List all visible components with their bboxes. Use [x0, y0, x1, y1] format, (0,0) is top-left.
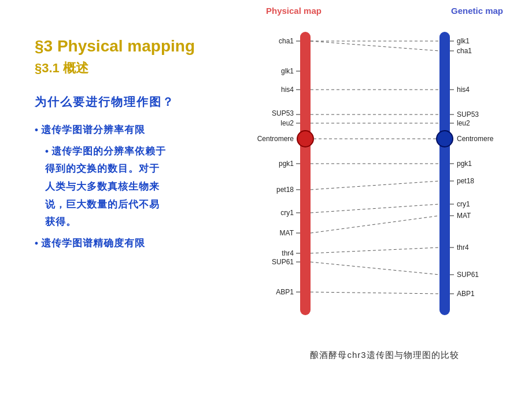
- right-panel: Physical map Genetic map: [249, 6, 520, 387]
- caption: 酿酒酵母chr3遗传图与物理图的比较: [249, 350, 520, 361]
- chromosome-area: cha1 glk1 his4 SUP53 leu2 Centromere pgk…: [249, 21, 520, 345]
- svg-text:cry1: cry1: [457, 200, 470, 208]
- bullet-2-detail: 遗传学图的分辨率依赖于得到的交换的数目。对于人类与大多数真核生物来说，巨大数量的…: [45, 143, 243, 231]
- svg-text:thr4: thr4: [457, 243, 469, 252]
- svg-text:SUP61: SUP61: [272, 258, 294, 266]
- svg-text:SUP61: SUP61: [457, 271, 479, 279]
- svg-text:Centromere: Centromere: [257, 135, 294, 143]
- svg-text:cha1: cha1: [457, 47, 472, 55]
- svg-line-14: [311, 247, 439, 253]
- svg-text:ABP1: ABP1: [457, 290, 475, 298]
- svg-text:leu2: leu2: [280, 119, 294, 127]
- svg-text:his4: his4: [457, 86, 470, 94]
- svg-text:ABP1: ABP1: [276, 288, 294, 296]
- svg-text:thr4: thr4: [282, 249, 294, 257]
- bullet-1: 遗传学图谱分辨率有限: [35, 121, 243, 139]
- svg-text:pgk1: pgk1: [279, 160, 294, 168]
- svg-text:glk1: glk1: [457, 37, 470, 45]
- svg-text:SUP53: SUP53: [272, 109, 294, 117]
- svg-text:pet18: pet18: [276, 186, 294, 194]
- bullet-points: 遗传学图谱分辨率有限 遗传学图的分辨率依赖于得到的交换的数目。对于人类与大多数真…: [35, 121, 243, 252]
- svg-line-13: [311, 216, 439, 233]
- svg-text:cry1: cry1: [280, 209, 294, 217]
- svg-line-11: [311, 181, 439, 190]
- physical-map-label: Physical map: [266, 6, 322, 16]
- svg-text:Centromere: Centromere: [457, 135, 494, 143]
- map-headers: Physical map Genetic map: [249, 6, 520, 16]
- svg-line-5: [311, 41, 439, 51]
- svg-text:SUP53: SUP53: [457, 110, 479, 119]
- bullet-3: 遗传学图谱精确度有限: [35, 235, 243, 253]
- svg-point-1: [297, 131, 313, 147]
- svg-rect-2: [439, 32, 450, 315]
- svg-line-15: [311, 262, 439, 275]
- svg-text:his4: his4: [281, 86, 294, 94]
- svg-line-12: [311, 204, 439, 213]
- svg-text:pgk1: pgk1: [457, 160, 472, 168]
- left-panel: §3 Physical mapping §3.1 概述 为什么要进行物理作图？ …: [35, 35, 243, 256]
- svg-text:cha1: cha1: [279, 37, 294, 45]
- question-text: 为什么要进行物理作图？: [35, 94, 243, 110]
- svg-line-16: [311, 292, 439, 294]
- section-subtitle: §3.1 概述: [35, 60, 243, 77]
- svg-text:glk1: glk1: [281, 67, 294, 75]
- genetic-map-label: Genetic map: [451, 6, 503, 16]
- svg-point-3: [437, 131, 453, 147]
- svg-text:MAT: MAT: [280, 229, 294, 237]
- svg-text:MAT: MAT: [457, 212, 471, 220]
- svg-text:pet18: pet18: [457, 177, 474, 185]
- svg-text:leu2: leu2: [457, 119, 470, 127]
- connector-svg: cha1 glk1 his4 SUP53 leu2 Centromere pgk…: [249, 21, 520, 345]
- svg-rect-0: [300, 32, 311, 315]
- section-title: §3 Physical mapping: [35, 35, 243, 57]
